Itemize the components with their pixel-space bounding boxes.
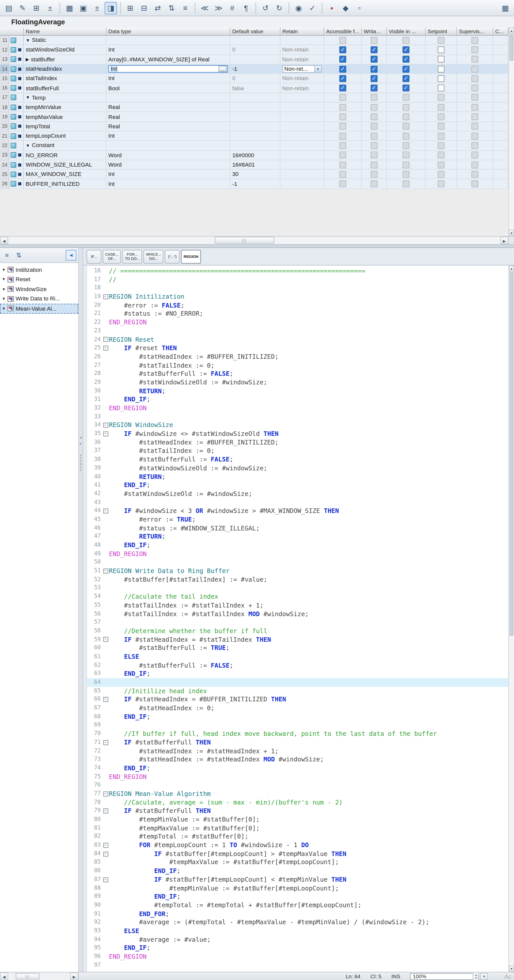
- section-collapse-icon[interactable]: ▼: [25, 143, 30, 148]
- code-line[interactable]: 83-FOR #tempLoopCount := 1 TO #windowSiz…: [87, 841, 508, 850]
- code-line[interactable]: 86END_IF;: [87, 867, 508, 875]
- cell-name[interactable]: tempMaxValue: [24, 112, 107, 121]
- fold-collapse-icon[interactable]: -: [103, 697, 108, 702]
- code-line[interactable]: 50: [87, 558, 508, 567]
- cell-default-value[interactable]: [231, 122, 281, 131]
- snippet-button[interactable]: REGION: [181, 250, 201, 263]
- section-collapse-icon[interactable]: ▼: [25, 95, 30, 100]
- code-line[interactable]: 56#statTailIndex := #statTailIndex MOD #…: [87, 609, 508, 618]
- cell-retain[interactable]: Non-retain: [280, 45, 324, 54]
- cell-retain[interactable]: Non-retain: [280, 84, 324, 92]
- cell-comment[interactable]: [493, 45, 508, 54]
- cell-retain[interactable]: [280, 160, 324, 169]
- cell-name[interactable]: statHeadIndex: [24, 64, 107, 73]
- writable-checkbox[interactable]: ✓: [371, 46, 377, 53]
- zoom-control[interactable]: 100% ▲▼: [410, 973, 479, 980]
- code-line[interactable]: 66-IF #statHeadIndex = #BUFFER_INITILIZE…: [87, 695, 508, 704]
- cell-retain[interactable]: [280, 103, 324, 111]
- section-collapse-icon[interactable]: ▼: [25, 38, 30, 42]
- code-line[interactable]: 43: [87, 498, 508, 507]
- code-line[interactable]: 67#statHeadIndex := 0;: [87, 704, 508, 713]
- column-header[interactable]: Visible in ...: [387, 28, 426, 35]
- code-line[interactable]: 18: [87, 284, 508, 293]
- code-line[interactable]: 45#error := TRUE;: [87, 515, 508, 524]
- code-line[interactable]: 92#average := (#tempTotal - #tempMaxValu…: [87, 918, 508, 927]
- code-line[interactable]: 63END_IF;: [87, 670, 508, 678]
- cell-name[interactable]: BUFFER_INITILIZED: [24, 179, 107, 188]
- region-list-item[interactable]: ▼Initilization: [0, 265, 78, 275]
- setpoint-checkbox[interactable]: [438, 85, 444, 92]
- cell-comment[interactable]: [493, 179, 508, 188]
- code-line[interactable]: 53: [87, 584, 508, 593]
- cell-name[interactable]: WINDOW_SIZE_ILLEGAL: [24, 160, 107, 169]
- cell-datatype[interactable]: Bool: [107, 84, 231, 92]
- cell-datatype[interactable]: Int: [107, 45, 231, 54]
- cell-retain[interactable]: [280, 132, 324, 140]
- cell-name[interactable]: ▼Static: [24, 36, 107, 45]
- cell-default-value[interactable]: [231, 103, 281, 111]
- cell-datatype[interactable]: [107, 141, 231, 150]
- splitter-left-icon[interactable]: ◄: [79, 436, 83, 439]
- fold-collapse-icon[interactable]: -: [103, 637, 108, 642]
- cell-datatype[interactable]: Int: [107, 170, 231, 179]
- redo-icon[interactable]: ↻: [273, 2, 285, 14]
- indent-icon[interactable]: ≫: [212, 2, 225, 14]
- code-line[interactable]: 81#tempMaxValue := #statBuffer[0];: [87, 824, 508, 832]
- cell-comment[interactable]: [493, 103, 508, 111]
- detach-editor-icon[interactable]: ▦: [499, 2, 511, 14]
- retain-combo[interactable]: Non-ret...▼: [282, 65, 322, 73]
- writable-checkbox[interactable]: ✓: [371, 75, 377, 82]
- cell-retain[interactable]: [280, 151, 324, 159]
- cell-comment[interactable]: [493, 170, 508, 179]
- code-line[interactable]: 89END_IF;: [87, 892, 508, 901]
- fold-collapse-icon[interactable]: -: [103, 843, 108, 848]
- cell-default-value[interactable]: false: [231, 84, 281, 92]
- code-line[interactable]: 91END_FOR;: [87, 910, 508, 918]
- zoom-spinner[interactable]: ▲▼: [473, 973, 479, 980]
- insert-comment-icon[interactable]: ⊞: [124, 2, 137, 14]
- code-line[interactable]: 33: [87, 412, 508, 421]
- code-line[interactable]: 85#tempMaxValue := #statBuffer[#tempLoop…: [87, 858, 508, 867]
- breakpoint-icon[interactable]: ▪: [326, 2, 338, 14]
- fold-collapse-icon[interactable]: -: [103, 345, 108, 351]
- code-line[interactable]: 58//Determine whether the buffer if full: [87, 627, 508, 635]
- sort-icon[interactable]: ⇅: [165, 2, 178, 14]
- cell-retain[interactable]: Non-ret...▼: [280, 64, 324, 73]
- code-line[interactable]: 41END_IF;: [87, 481, 508, 490]
- code-line[interactable]: 48END_IF;: [87, 541, 508, 550]
- setpoint-checkbox[interactable]: [438, 65, 444, 72]
- scroll-up-icon[interactable]: ▲: [509, 28, 514, 34]
- cell-datatype[interactable]: Word: [107, 151, 231, 159]
- cell-default-value[interactable]: [231, 112, 281, 121]
- outdent-icon[interactable]: ≪: [199, 2, 211, 14]
- code-line[interactable]: 20#error := FALSE;: [87, 301, 508, 310]
- sort-networks-icon[interactable]: ⇅: [14, 250, 24, 260]
- code-line[interactable]: 35-IF #windowSize <> #statWindowSizeOld …: [87, 430, 508, 438]
- code-line[interactable]: 82#tempTotal := #statBuffer[0];: [87, 832, 508, 841]
- column-header[interactable]: Supervis...: [457, 28, 493, 35]
- fold-collapse-icon[interactable]: -: [103, 509, 108, 514]
- splitter-grip[interactable]: [80, 455, 81, 471]
- scroll-thumb[interactable]: [510, 35, 514, 61]
- fold-collapse-icon[interactable]: -: [103, 423, 108, 428]
- code-line[interactable]: 44-IF #windowSize < 3 OR #windowSize > #…: [87, 507, 508, 515]
- scroll-thumb[interactable]: |||: [16, 973, 40, 980]
- region-collapse-icon[interactable]: ▼: [2, 307, 6, 310]
- scroll-down-icon[interactable]: ▼: [509, 966, 514, 972]
- accessible-checkbox[interactable]: ✓: [339, 56, 346, 63]
- cell-comment[interactable]: [493, 64, 508, 73]
- cell-default-value[interactable]: -1: [231, 64, 281, 73]
- cell-name[interactable]: statTailIndex: [24, 74, 107, 83]
- cell-comment[interactable]: [493, 132, 508, 140]
- cell-default-value[interactable]: -1: [231, 179, 281, 188]
- editor-vertical-scrollbar[interactable]: ▲ ▼: [508, 266, 514, 972]
- code-line[interactable]: 42#statWindowSizeOld := #windowSize;: [87, 490, 508, 498]
- code-line[interactable]: 96END_REGION: [87, 952, 508, 961]
- code-line[interactable]: 93ELSE: [87, 927, 508, 935]
- region-list-item[interactable]: ▼Mean-Value Al...: [0, 304, 78, 313]
- code-line[interactable]: 36#statHeadIndex := #BUFFER_INITILIZED;: [87, 438, 508, 447]
- cell-comment[interactable]: [493, 36, 508, 45]
- cell-datatype[interactable]: Int: [107, 74, 231, 83]
- network-overview-icon[interactable]: ≡: [2, 250, 12, 260]
- code-line[interactable]: 51-REGION Write Data to Ring Buffer: [87, 567, 508, 575]
